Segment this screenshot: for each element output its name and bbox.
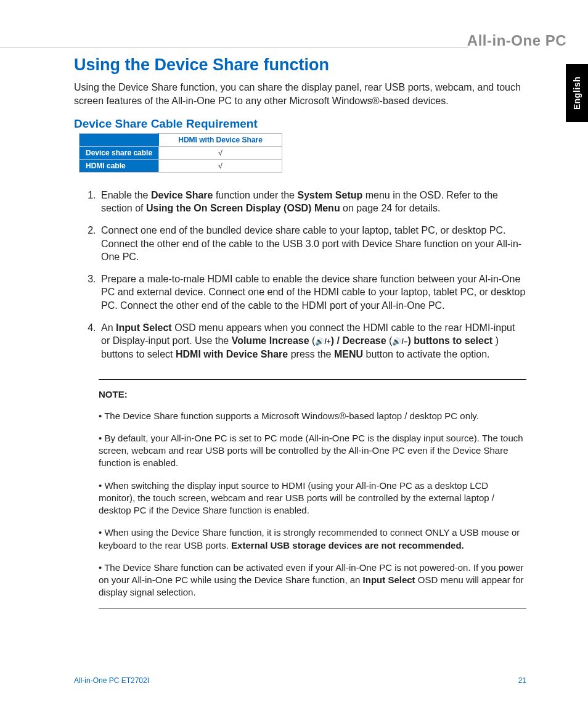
steps-list: Enable the Device Share function under t… (86, 189, 526, 361)
step-text: function under the (213, 190, 297, 200)
volume-down-icon: 🔊/– (392, 337, 407, 346)
table-cell: √ (159, 146, 282, 159)
step-item: An Input Select OSD menu appears when yo… (99, 321, 526, 361)
note-bold: External USB storage devices are not rec… (231, 540, 464, 550)
language-tab: English (566, 64, 588, 122)
subheading: Device Share Cable Requirement (74, 117, 526, 131)
language-label: English (572, 76, 582, 110)
step-text: on page 24 for details. (340, 203, 441, 213)
table-cell: √ (159, 159, 282, 172)
step-bold: MENU (334, 349, 363, 359)
note-box: NOTE: • The Device Share function suppor… (99, 379, 526, 608)
step-bold: HDMI with Device Share (176, 349, 288, 359)
document-page: All-in-One PC English Using the Device S… (0, 0, 588, 712)
step-text: press the (288, 349, 334, 359)
step-bold: Using the On Screen Display (OSD) Menu (146, 203, 340, 213)
footer-model: All-in-One PC ET2702I (74, 676, 149, 685)
step-bold: Input Select (116, 322, 172, 333)
step-text: ) / (331, 335, 343, 346)
step-text: An (101, 322, 116, 333)
note-bold: Input Select (363, 575, 415, 585)
note-item: • The Device Share function supports a M… (99, 410, 526, 422)
table-row: Device share cable √ (80, 146, 282, 159)
step-item: Connect one end of the bundled device sh… (99, 224, 526, 264)
step-text: ) buttons to select (407, 335, 495, 346)
section-heading: Using the Device Share function (74, 55, 526, 75)
cable-requirement-table: HDMI with Device Share Device share cabl… (79, 133, 282, 173)
table-corner (80, 133, 159, 146)
table-column-header: HDMI with Device Share (159, 133, 282, 146)
step-item: Prepare a male-to-male HDMI cable to ena… (99, 272, 526, 313)
step-text: ( (309, 335, 316, 346)
table-row-label: Device share cable (80, 146, 159, 159)
note-item: • When switching the display input sourc… (99, 480, 526, 517)
page-footer: All-in-One PC ET2702I 21 (74, 676, 526, 685)
note-item: • When using the Device Share function, … (99, 526, 526, 552)
product-brand: All-in-One PC (467, 32, 566, 49)
step-bold: Device Share (151, 190, 213, 200)
content-area: Using the Device Share function Using th… (74, 55, 526, 608)
step-bold: Decrease (342, 335, 386, 346)
intro-paragraph: Using the Device Share function, you can… (74, 81, 526, 108)
note-item: • By default, your All-in-One PC is set … (99, 432, 526, 470)
step-bold: System Setup (297, 190, 362, 200)
note-label: NOTE: (99, 388, 526, 401)
step-text: ( (386, 335, 393, 346)
table-row: HDMI cable √ (80, 159, 282, 172)
header-rule (0, 47, 468, 47)
volume-up-icon: 🔊/+ (315, 337, 330, 346)
table-row-label: HDMI cable (80, 159, 159, 172)
footer-page-number: 21 (518, 676, 526, 685)
note-item: • The Device Share function can be activ… (99, 562, 526, 599)
step-text: button to activate the option. (363, 349, 489, 359)
step-text: Enable the (101, 190, 151, 200)
step-item: Enable the Device Share function under t… (99, 189, 526, 215)
step-bold: Volume Increase (232, 335, 309, 346)
